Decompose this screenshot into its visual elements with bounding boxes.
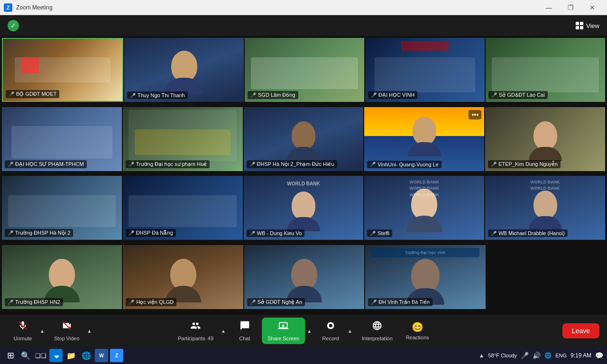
share-screen-button[interactable]: Share Screen	[262, 318, 305, 344]
video-grid: 🎤 BỘ GDĐT MOET 🎤 Thuy Ngo Thi Thanh	[0, 36, 607, 315]
name-label-19: 🎤 ĐH Vinh Trần Bá Tiến	[368, 298, 432, 306]
share-screen-icon	[278, 320, 289, 334]
mic-icon-7: 🎤	[129, 162, 134, 167]
video-cell-16[interactable]: 🎤 Trường ĐHSP HN2	[2, 245, 122, 309]
zoom-taskbar-icon[interactable]: Z	[110, 349, 123, 362]
video-cell-10[interactable]: 🎤 ETEP_Kim Dung Nguyễn	[485, 107, 605, 171]
video-cell-1[interactable]: 🎤 BỘ GDĐT MOET	[2, 38, 123, 102]
name-label-9: 🎤 VinhUni- Quang-Vuong Le	[367, 161, 441, 168]
video-cell-3[interactable]: 🎤 SGD Lâm Đồng	[245, 38, 364, 102]
video-cell-13[interactable]: WORLD BANK 🎤 WB - Dung Kieu Vo	[244, 176, 364, 240]
notification-icon[interactable]: 💬	[595, 352, 603, 359]
grid-row-3: 🎤 Trường ĐHSP Hà Nội 2 🎤 ĐHSP Đà Nẵng WO…	[2, 176, 605, 244]
mic-sys-icon[interactable]: 🎤	[521, 352, 529, 359]
video-cell-12[interactable]: 🎤 ĐHSP Đà Nẵng	[123, 176, 243, 240]
participants-caret[interactable]: ▲	[219, 328, 228, 334]
title-bar-text: Zoom Meeting	[16, 4, 53, 11]
video-cell-6[interactable]: 🎤 ĐẠI HỌC SƯ PHẠM-TPHCM	[2, 107, 122, 171]
grid-row-1: 🎤 BỘ GDĐT MOET 🎤 Thuy Ngo Thi Thanh	[2, 38, 605, 106]
grid-icon	[576, 22, 583, 29]
reactions-button[interactable]: 😊 Reactions	[400, 318, 435, 343]
mic-icon-19: 🎤	[371, 300, 377, 305]
network-icon[interactable]: 🌐	[544, 352, 552, 359]
share-screen-caret[interactable]: ▲	[305, 328, 313, 334]
name-label-11: 🎤 Trường ĐHSP Hà Nội 2	[5, 229, 73, 237]
toolbar-left: Unmute ▲ Stop Video ▲	[8, 318, 93, 344]
window-controls: — ❐ ✕	[538, 0, 603, 15]
speaker-icon[interactable]: 🔊	[533, 352, 541, 359]
unmute-caret[interactable]: ▲	[38, 328, 46, 334]
mic-icon-8: 🎤	[249, 162, 255, 167]
record-label: Record	[322, 336, 339, 341]
video-cell-17[interactable]: 🎤 Học viện QLGD	[123, 245, 243, 309]
record-caret[interactable]: ▲	[346, 328, 354, 334]
security-shield-icon: ✓	[8, 20, 19, 31]
video-cell-8[interactable]: 🎤 ĐHSP Hà Nội 2_Phạm Đức Hiếu	[244, 107, 364, 171]
video-cell-9[interactable]: ••• 🎤 VinhUni- Quang-Vuong Le	[364, 107, 484, 171]
weather-info: 58°F Cloudy	[488, 353, 517, 358]
name-label-6: 🎤 ĐẠI HỌC SƯ PHẠM-TPHCM	[5, 160, 87, 168]
name-label-12: 🎤 ĐHSP Đà Nẵng	[126, 229, 176, 237]
video-cell-14[interactable]: WORLD BANKWORLD BANKWORLD BANK 🎤 Steffi	[364, 176, 484, 240]
video-cell-4[interactable]: 🎤 ĐẠI HỌC VINH	[365, 38, 485, 102]
name-label-17: 🎤 Học viện QLGD	[126, 298, 176, 306]
mic-icon-12: 🎤	[129, 230, 134, 236]
stop-video-button[interactable]: Stop Video	[48, 318, 85, 344]
name-label-16: 🎤 Trường ĐHSP HN2	[5, 298, 63, 306]
leave-button[interactable]: Leave	[562, 323, 599, 338]
video-cell-7[interactable]: 🎤 Trường Đại học sư phạm Huế	[123, 107, 243, 171]
video-caret[interactable]: ▲	[85, 328, 94, 334]
clock: 9:19 AM	[570, 352, 591, 359]
mic-icon-10: 🎤	[491, 162, 497, 167]
mic-icon-16: 🎤	[8, 300, 13, 305]
video-cell-2[interactable]: 🎤 Thuy Ngo Thi Thanh	[124, 38, 244, 102]
video-cell-15[interactable]: WORLD BANKWORLD BANK 🎤 WB Michael Drabbl…	[485, 176, 605, 240]
video-cell-11[interactable]: 🎤 Trường ĐHSP Hà Nội 2	[2, 176, 122, 240]
reactions-icon: 😊	[412, 321, 423, 333]
task-view-button[interactable]: ❑❑	[34, 349, 47, 362]
more-options-button-9[interactable]: •••	[469, 110, 481, 119]
chat-button[interactable]: Chat	[230, 318, 260, 344]
mic-icon-11: 🎤	[8, 230, 13, 236]
up-arrow-icon[interactable]: ▲	[479, 352, 485, 359]
reactions-label: Reactions	[406, 335, 429, 340]
interpretation-label: Interpretation	[362, 336, 393, 341]
close-button[interactable]: ✕	[581, 0, 603, 15]
record-button[interactable]: Record	[315, 318, 346, 344]
name-label-14: 🎤 Steffi	[367, 229, 392, 237]
chrome-icon[interactable]: 🌐	[80, 349, 93, 362]
video-cell-5[interactable]: 🎤 Sở GD&ĐT Lào Cai	[486, 38, 605, 102]
video-cell-18[interactable]: 🎤 Sở GDĐT Nghệ An	[244, 245, 364, 309]
interpretation-button[interactable]: Interpretation	[356, 318, 398, 344]
title-bar-left: Z Zoom Meeting	[4, 3, 53, 12]
minimize-button[interactable]: —	[538, 0, 560, 15]
record-group: Record ▲	[315, 318, 354, 344]
mic-icon-3: 🎤	[250, 92, 256, 98]
participants-button[interactable]: Participants 49	[172, 318, 219, 344]
mic-icon-1: 🎤	[9, 91, 14, 97]
participants-label: Participants 49	[178, 336, 213, 341]
unmute-button[interactable]: Unmute	[8, 318, 38, 344]
view-button[interactable]: View	[576, 22, 599, 29]
video-cell-19[interactable]: Trường Đại học Vinh 🎤 ĐH Vinh Trần Bá Ti…	[365, 245, 485, 309]
lang-indicator: ENG	[555, 353, 567, 358]
participants-icon	[191, 320, 201, 334]
search-taskbar-button[interactable]: 🔍	[19, 349, 32, 362]
name-label-4: 🎤 ĐẠI HỌC VINH	[368, 91, 417, 99]
share-screen-label: Share Screen	[267, 336, 299, 341]
zoom-icon: Z	[4, 3, 12, 12]
maximize-button[interactable]: ❐	[560, 0, 581, 15]
word-icon[interactable]: W	[95, 349, 108, 362]
name-label-5: 🎤 Sở GD&ĐT Lào Cai	[488, 91, 548, 99]
edge-icon[interactable]	[49, 349, 63, 362]
view-label: View	[586, 22, 599, 29]
name-label-1: 🎤 BỘ GDĐT MOET	[6, 90, 59, 98]
unmute-label: Unmute	[14, 336, 32, 341]
mic-icon-15: 🎤	[491, 231, 497, 236]
windows-start-button[interactable]: ⊞	[4, 349, 17, 362]
name-label-7: 🎤 Trường Đại học sư phạm Huế	[126, 160, 210, 168]
toolbar-right: Leave	[562, 323, 599, 338]
interpretation-icon	[372, 320, 382, 334]
windows-taskbar: ⊞ 🔍 ❑❑ 📁 🌐 W Z ▲ 58°F Cloudy 🎤 🔊 🌐 ENG 9…	[0, 347, 607, 364]
file-explorer-icon[interactable]: 📁	[64, 349, 78, 362]
